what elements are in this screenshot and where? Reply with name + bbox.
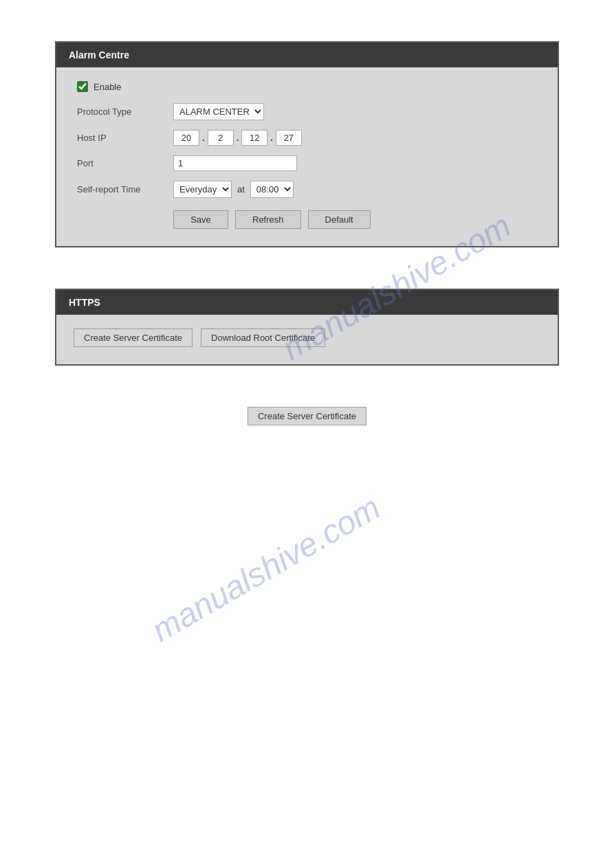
- https-panel: HTTPS Create Server Certificate Download…: [55, 289, 559, 366]
- ip-dot-1: .: [202, 133, 205, 143]
- ip-dot-2: .: [237, 133, 239, 143]
- self-report-label: Self-report Time: [77, 184, 173, 194]
- standalone-section: Create Server Certificate: [55, 407, 559, 425]
- ip-octet-4[interactable]: [276, 130, 302, 146]
- host-ip-row: Host IP . . .: [77, 130, 537, 146]
- default-button[interactable]: Default: [308, 210, 371, 229]
- alarm-centre-panel: Alarm Centre Enable Protocol Type ALARM …: [55, 41, 559, 247]
- self-report-schedule-select[interactable]: Everyday: [173, 181, 232, 198]
- at-label: at: [237, 184, 245, 194]
- self-report-time-select[interactable]: 08:00: [250, 181, 294, 198]
- download-root-cert-button[interactable]: Download Root Certificate: [201, 329, 325, 347]
- ip-dot-3: .: [270, 133, 273, 143]
- port-label: Port: [77, 158, 173, 168]
- standalone-create-cert-button[interactable]: Create Server Certificate: [248, 407, 366, 425]
- protocol-type-row: Protocol Type ALARM CENTER: [77, 103, 537, 120]
- https-body: Create Server Certificate Download Root …: [56, 315, 558, 364]
- self-report-controls: Everyday at 08:00: [173, 181, 294, 198]
- https-header: HTTPS: [56, 290, 558, 315]
- https-title: HTTPS: [69, 297, 100, 308]
- alarm-centre-title: Alarm Centre: [69, 49, 129, 60]
- create-server-cert-button[interactable]: Create Server Certificate: [74, 329, 193, 347]
- refresh-button[interactable]: Refresh: [235, 210, 301, 229]
- port-input[interactable]: [173, 155, 297, 171]
- enable-row: Enable: [77, 81, 537, 92]
- port-row: Port: [77, 155, 537, 171]
- ip-group: . . .: [173, 130, 302, 146]
- watermark-2: manualshive.com: [145, 488, 386, 649]
- enable-label: Enable: [94, 82, 121, 92]
- ip-octet-1[interactable]: [173, 130, 199, 146]
- ip-octet-3[interactable]: [241, 130, 267, 146]
- save-button[interactable]: Save: [173, 210, 228, 229]
- enable-checkbox[interactable]: [77, 81, 88, 92]
- alarm-centre-header: Alarm Centre: [56, 43, 558, 67]
- self-report-row: Self-report Time Everyday at 08:00: [77, 181, 537, 198]
- protocol-type-label: Protocol Type: [77, 107, 173, 117]
- alarm-buttons-row: Save Refresh Default: [173, 210, 537, 229]
- protocol-type-select[interactable]: ALARM CENTER: [173, 103, 264, 120]
- host-ip-label: Host IP: [77, 133, 173, 143]
- ip-octet-2[interactable]: [208, 130, 234, 146]
